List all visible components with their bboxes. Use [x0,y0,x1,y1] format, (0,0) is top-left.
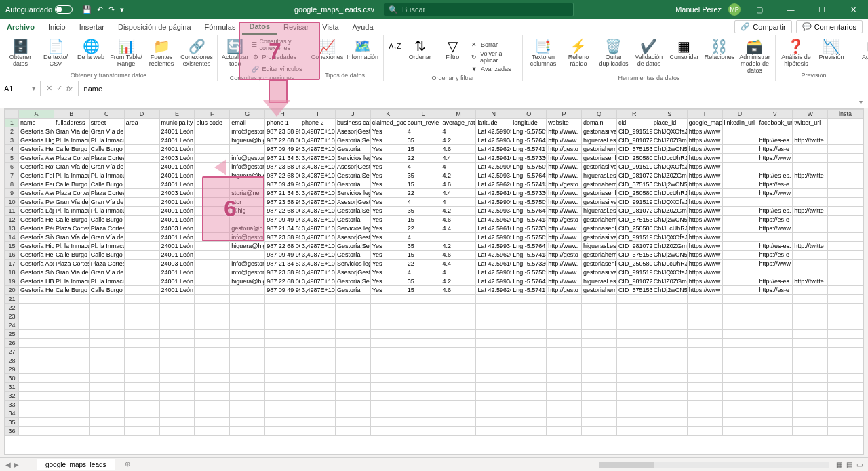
cell[interactable]: 987 22 68 00 [265,277,300,286]
cell[interactable] [230,418,265,427]
cell[interactable]: Lat 42.59610 [476,260,511,268]
cell[interactable] [406,356,441,365]
cell[interactable]: higuera@hig [230,136,265,145]
cell[interactable]: Lat 42.59610 [476,154,511,163]
cell[interactable]: gestoriaherr [582,180,617,189]
view-layout-icon[interactable]: ▤ [846,461,852,468]
cell[interactable] [547,321,582,330]
cell[interactable]: Yes [370,268,406,277]
relations-button[interactable]: ⛓️Relaciones [703,37,736,61]
cell[interactable] [335,330,370,339]
cell[interactable]: Gran Vía de S [54,163,89,171]
cell[interactable] [582,295,617,304]
cell[interactable] [828,295,863,304]
cell[interactable] [793,383,828,392]
cell[interactable] [300,374,336,383]
share-button[interactable]: 🔗 Compartir [734,20,791,33]
cell[interactable] [195,145,230,154]
qat-dropdown-icon[interactable]: ▾ [120,5,124,14]
cell[interactable] [195,312,230,321]
cell[interactable]: ChIJQXOfaJC [652,268,687,277]
cell[interactable] [89,427,124,436]
cell[interactable] [722,233,757,242]
cell[interactable] [370,330,406,339]
cancel-icon[interactable]: ✕ [46,84,52,93]
cell[interactable] [335,427,370,436]
cell[interactable] [582,348,617,356]
cell[interactable] [722,312,757,321]
cell[interactable]: 4 [441,127,476,136]
cell[interactable]: https://www [757,260,793,268]
cell[interactable] [19,330,54,339]
cell[interactable] [687,356,722,365]
cell[interactable]: 35 [406,171,441,180]
cell[interactable]: 4.6 [441,216,476,224]
cell[interactable]: 3,4987E+10 [300,260,336,268]
cell[interactable] [722,154,757,163]
cell[interactable]: 4.2 [441,171,476,180]
cell[interactable] [124,401,159,409]
cell[interactable]: average_rati [441,119,476,127]
cell[interactable] [722,295,757,304]
cell[interactable] [722,127,757,136]
cell[interactable]: http://www. [547,171,582,180]
cell[interactable] [547,348,582,356]
cell[interactable]: 24001 León [159,171,195,180]
cell[interactable] [757,418,793,427]
cell[interactable]: 987 22 68 00 [265,207,300,216]
cell[interactable] [722,339,757,348]
cell[interactable]: Calle Burgo I [89,286,124,295]
cell[interactable]: Gran Vía de S [54,268,89,277]
cell[interactable] [195,216,230,224]
redo-icon[interactable]: ↷ [108,5,115,14]
cell[interactable]: https://www [687,180,722,189]
col-header[interactable]: F [195,110,230,119]
cell[interactable]: Gran Vía de S [89,268,124,277]
cell[interactable]: Lat 42.59934 [476,277,511,286]
cell[interactable] [652,330,687,339]
cell[interactable]: Lng -5.57330 [511,224,547,233]
cell[interactable] [195,207,230,216]
cell[interactable] [687,392,722,401]
cell[interactable]: Lat 42.59934 [476,136,511,145]
cell[interactable] [335,401,370,409]
cell[interactable] [54,427,89,436]
cell[interactable] [230,312,265,321]
cell[interactable]: Yes [370,260,406,268]
cell[interactable] [335,339,370,348]
cell[interactable]: Lat 42.59610 [476,224,511,233]
cell[interactable] [547,427,582,436]
cell[interactable]: CID_9810728 [616,136,652,145]
cell[interactable] [230,295,265,304]
cell[interactable] [19,312,54,321]
cell[interactable] [582,312,617,321]
cell[interactable]: https://www [687,127,722,136]
cell[interactable] [370,427,406,436]
cell[interactable] [757,163,793,171]
az-button[interactable]: A↓Z [388,37,403,54]
cell[interactable]: 3,4987E+10 [300,154,336,163]
cell[interactable]: Lat 42.59626 [476,251,511,260]
cell[interactable] [582,427,617,436]
cell[interactable]: 3,4987E+10 [300,180,336,189]
cell[interactable]: Gran Vía de S [54,198,89,207]
cell[interactable]: ChIJZ0ZGmZ( [652,136,687,145]
cell[interactable]: Gestoría HB( [19,277,54,286]
cell[interactable]: Pl. la Inmacu [54,207,89,216]
cell[interactable]: Gestoría Silv [19,233,54,242]
cell[interactable] [793,356,828,365]
cell[interactable] [722,401,757,409]
cell[interactable] [722,268,757,277]
cell[interactable] [406,304,441,312]
cell[interactable] [159,348,195,356]
cell[interactable]: 3,4987E+10 [300,216,336,224]
col-header[interactable]: V [757,110,793,119]
cell[interactable]: gestoriaherr [582,251,617,260]
cell[interactable]: CID_5751538 [616,145,652,154]
cell[interactable] [195,383,230,392]
cell[interactable] [300,365,336,374]
cell[interactable]: 4 [441,163,476,171]
sheet-tab[interactable]: google_maps_leads [37,459,115,470]
cell[interactable]: Gestoría [335,145,370,154]
cell[interactable] [370,392,406,401]
